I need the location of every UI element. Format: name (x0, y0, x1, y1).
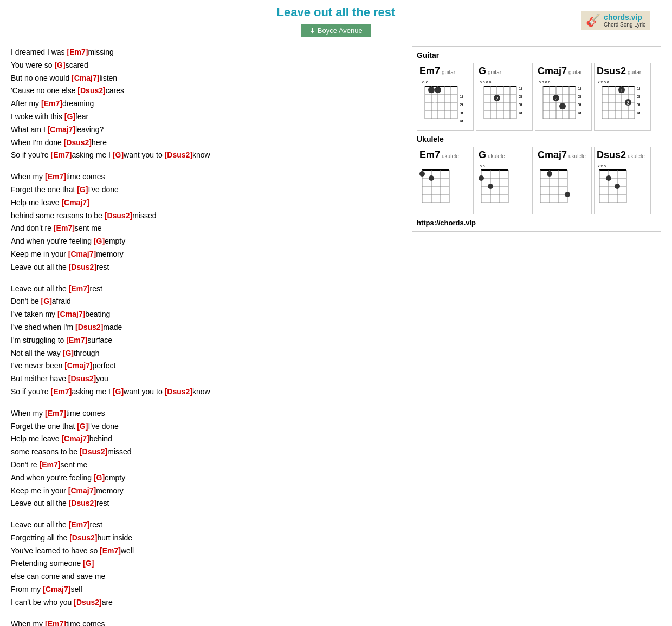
chord-Dsus2[interactable]: [Dsus2] (69, 499, 96, 507)
chord-type-guitar-dsus2[interactable]: guitar (628, 69, 641, 75)
logo-area: 🎸 chords.vip Chord Song Lyric (581, 11, 650, 30)
chord-type-ukulele-g[interactable]: ukulele (488, 153, 505, 159)
chord-Em7[interactable]: [Em7] (51, 151, 72, 159)
chord-type-guitar-g[interactable]: guitar (488, 69, 501, 75)
chord-Em7[interactable]: [Em7] (69, 520, 90, 529)
lyrics-line: behind some reasons to be [Dsus2]missed (11, 210, 401, 223)
chord-grid-cmaj7-guitar: o o o o 1fr 2fr (538, 78, 581, 127)
chord-Em7[interactable]: [Em7] (39, 460, 60, 469)
chord-Cmaj7[interactable]: [Cmaj7] (61, 198, 89, 207)
chord-G[interactable]: [G] (94, 473, 105, 482)
logo-subtitle: Chord Song Lyric (604, 22, 645, 28)
chord-name-cmaj7: Cmaj7 (538, 66, 567, 77)
chord-type-ukulele-cmaj7[interactable]: ukulele (568, 153, 586, 159)
lyrics-line: some reasons to be [Dsus2]missed (11, 446, 401, 459)
chord-Dsus2[interactable]: [Dsus2] (75, 323, 103, 331)
svg-text:x x o o: x x o o (598, 80, 609, 84)
chord-Em7[interactable]: [Em7] (54, 224, 75, 232)
main-layout: I dreamed I was [Em7]missing You were so… (11, 46, 661, 626)
lyrics-line: But neither have [Dsus2]you (11, 373, 401, 386)
chord-Dsus2[interactable]: [Dsus2] (64, 138, 92, 147)
lyrics-line: Don't re [Em7]sent me (11, 459, 401, 472)
lyrics-line: From my [Cmaj7]self (11, 583, 401, 596)
chord-G[interactable]: [G] (64, 112, 75, 121)
lyrics-line: And don't re [Em7]sent me (11, 222, 401, 235)
chord-Dsus2[interactable]: [Dsus2] (69, 533, 97, 542)
chord-diagram-em7-ukulele: Em7 ukulele (417, 147, 474, 214)
svg-point-133 (606, 175, 611, 181)
chord-Em7[interactable]: [Em7] (100, 546, 121, 555)
lyrics-line: I can't be who you [Dsus2]are (11, 596, 401, 609)
chord-Dsus2[interactable]: [Dsus2] (165, 387, 192, 396)
chord-Em7[interactable]: [Em7] (51, 387, 72, 396)
chord-G[interactable]: [G] (41, 297, 52, 305)
lyrics-line: Keep me in your [Cmaj7]memory (11, 248, 401, 261)
chord-G[interactable]: [G] (54, 61, 65, 69)
chord-Cmaj7[interactable]: [Cmaj7] (64, 361, 92, 370)
chord-G[interactable]: [G] (77, 185, 88, 194)
chord-Em7[interactable]: [Em7] (67, 48, 88, 56)
chord-G[interactable]: [G] (94, 237, 105, 245)
svg-text:4: 4 (433, 101, 436, 106)
chord-Em7[interactable]: [Em7] (66, 336, 87, 344)
chord-G[interactable]: [G] (113, 151, 124, 159)
chord-Cmaj7[interactable]: [Cmaj7] (61, 434, 89, 443)
lyrics-line: When my [Em7]time comes (11, 618, 401, 626)
lyrics-line: I've never been [Cmaj7]perfect (11, 360, 401, 373)
chord-name-dsus2: Dsus2 (597, 66, 626, 77)
chord-Em7[interactable]: [Em7] (69, 284, 90, 293)
chord-Em7[interactable]: [Em7] (41, 99, 62, 108)
lyrics-line: 'Cause no one else [Dsus2]cares (11, 84, 401, 97)
lyrics-line: But no one would [Cmaj7]listen (11, 72, 401, 85)
chord-Dsus2[interactable]: [Dsus2] (105, 211, 132, 220)
svg-text:3fr: 3fr (519, 102, 522, 107)
chord-Cmaj7[interactable]: [Cmaj7] (43, 585, 70, 594)
logo-text: chords.vip Chord Song Lyric (604, 14, 645, 28)
chord-Cmaj7[interactable]: [Cmaj7] (68, 250, 96, 258)
chord-Em7[interactable]: [Em7] (45, 409, 66, 418)
svg-text:1fr: 1fr (460, 94, 463, 99)
svg-text:3fr: 3fr (578, 102, 581, 107)
chord-Dsus2[interactable]: [Dsus2] (68, 374, 96, 383)
chord-G[interactable]: [G] (63, 349, 74, 357)
chord-Em7[interactable]: [Em7] (45, 172, 66, 181)
chord-G[interactable]: [G] (113, 387, 124, 396)
svg-text:1fr: 1fr (637, 86, 640, 91)
svg-point-103 (488, 184, 493, 189)
chord-grid-cmaj7-ukulele: 1fr 2fr 3fr 4fr (538, 162, 570, 211)
chord-name-g: G (479, 66, 486, 77)
chord-Cmaj7[interactable]: [Cmaj7] (68, 486, 96, 495)
svg-text:x x o: x x o (598, 164, 606, 168)
lyrics-line: I've taken my [Cmaj7]beating (11, 308, 401, 321)
chord-Dsus2[interactable]: [Dsus2] (69, 263, 96, 271)
artist-button[interactable]: ⬇ Boyce Avenue (301, 24, 371, 37)
chord-Dsus2[interactable]: [Dsus2] (80, 447, 107, 456)
chord-Cmaj7[interactable]: [Cmaj7] (48, 125, 75, 134)
chord-type-guitar-em7[interactable]: guitar (442, 69, 455, 75)
chord-Dsus2[interactable]: [Dsus2] (77, 86, 105, 95)
chord-Dsus2[interactable]: [Dsus2] (74, 598, 101, 607)
chord-Cmaj7[interactable]: [Cmaj7] (57, 310, 85, 318)
logo-box: 🎸 chords.vip Chord Song Lyric (581, 11, 650, 30)
svg-text:3: 3 (626, 100, 629, 106)
chord-type-guitar-cmaj7[interactable]: guitar (568, 69, 582, 75)
chord-G[interactable]: [G] (77, 422, 88, 431)
chord-Dsus2[interactable]: [Dsus2] (165, 151, 192, 159)
chord-G[interactable]: [G] (83, 559, 94, 568)
svg-point-134 (615, 184, 620, 189)
lyrics-line: I woke with this [G]fear (11, 110, 401, 123)
chord-Em7[interactable]: [Em7] (45, 620, 66, 626)
svg-point-118 (565, 192, 570, 197)
chord-name-cmaj7-uke: Cmaj7 (538, 149, 567, 161)
chord-grid-dsus2-guitar: x x o o 1fr (597, 78, 640, 127)
lyrics-line: After my [Em7]dreaming (11, 97, 401, 110)
chord-type-ukulele-dsus2[interactable]: ukulele (628, 153, 645, 159)
lyrics-line: When my [Em7]time comes (11, 407, 401, 420)
chord-Cmaj7[interactable]: [Cmaj7] (72, 74, 99, 82)
chord-type-ukulele-em7[interactable]: ukulele (442, 153, 459, 159)
chords-url-link[interactable]: https://chords.vip (417, 219, 656, 227)
chord-grid-g-guitar: o o o o 1fr 2fr (479, 78, 522, 127)
logo-chords-vip: chords.vip (604, 14, 645, 22)
lyrics-line: Pretending someone [G] (11, 557, 401, 570)
page-title: Leave out all the rest (11, 5, 661, 19)
